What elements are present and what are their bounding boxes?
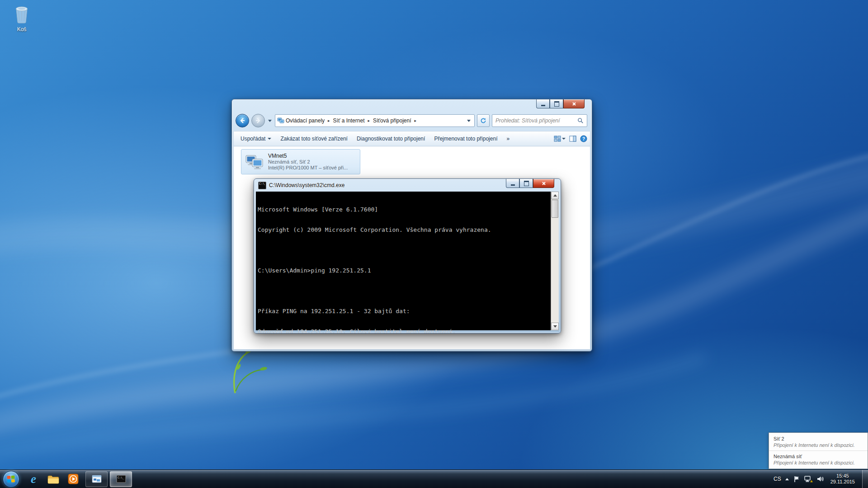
address-bar[interactable]: Ovládací panely ▸ Síť a Internet ▸ Síťov… <box>275 114 475 127</box>
preview-pane-icon <box>569 136 576 142</box>
explorer-maximize-button[interactable] <box>550 99 563 108</box>
taskbar-button-network-connections[interactable] <box>85 471 108 487</box>
cmd-icon <box>258 182 266 189</box>
tray-popup-entry: Síť 2 Připojení k Internetu není k dispo… <box>774 436 863 448</box>
taskbar-button-cmd[interactable]: C:\_ <box>110 471 132 487</box>
organize-label: Uspořádat <box>241 136 265 142</box>
desktop: Koš <box>0 0 868 488</box>
console-line <box>258 247 549 253</box>
start-button[interactable] <box>3 471 19 488</box>
explorer-command-bar: Uspořádat Zakázat toto síťové zařízení D… <box>233 131 590 146</box>
scrollbar-thumb[interactable] <box>552 200 558 218</box>
help-button[interactable]: ? <box>580 135 587 142</box>
taskbar-clock[interactable]: 15:45 29.11.2015 <box>829 473 858 485</box>
forward-button[interactable] <box>251 114 265 127</box>
volume-icon[interactable] <box>817 475 825 483</box>
tray-popup-entry: Neznámá síť Připojení k Internetu není k… <box>774 453 863 466</box>
action-center-flag-icon[interactable] <box>793 475 800 483</box>
clock-time: 15:45 <box>830 473 855 479</box>
taskbar-icon-explorer[interactable] <box>43 470 63 488</box>
change-view-button[interactable] <box>554 136 566 142</box>
scroll-up-icon <box>553 194 557 197</box>
folder-icon <box>47 474 59 484</box>
explorer-titlebar[interactable] <box>232 99 592 112</box>
system-tray: CS 15:45 29.11.2015 <box>774 470 868 488</box>
scroll-down-icon <box>553 325 557 328</box>
scroll-up-button[interactable] <box>551 192 559 199</box>
language-indicator[interactable]: CS <box>774 476 781 482</box>
console-line: Příkaz PING na 192.251.25.1 - 32 bajtů d… <box>258 308 549 314</box>
explorer-navbar: Ovládací panely ▸ Síť a Internet ▸ Síťov… <box>232 112 592 131</box>
windows-logo-icon <box>7 475 15 483</box>
console-line: Copyright (c) 2009 Microsoft Corporation… <box>258 226 549 233</box>
rename-connection-button[interactable]: Přejmenovat toto připojení <box>430 133 501 144</box>
disable-device-button[interactable]: Zakázat toto síťové zařízení <box>276 133 352 144</box>
organize-dropdown-icon <box>268 138 271 140</box>
taskbar: C:\_ CS 15:45 <box>0 469 868 488</box>
view-grid-icon <box>554 136 561 142</box>
console-scrollbar[interactable] <box>551 192 559 330</box>
network-folder-icon <box>277 117 284 124</box>
diagnose-connection-button[interactable]: Diagnostikovat toto připojení <box>353 133 429 144</box>
refresh-icon <box>480 117 486 124</box>
recent-pages-dropdown-icon[interactable] <box>268 120 272 122</box>
show-desktop-button[interactable] <box>862 470 868 488</box>
console-output: Microsoft Windows [Verze 6.1.7600] Copyr… <box>258 192 549 333</box>
cmd-window: C:\Windows\system32\cmd.exe Microsoft Wi… <box>254 178 561 333</box>
preview-pane-button[interactable] <box>569 136 576 142</box>
search-icon[interactable] <box>577 117 584 124</box>
help-icon: ? <box>580 135 587 142</box>
cmd-minimize-button[interactable] <box>506 179 519 188</box>
network-adapter-icon <box>245 154 264 170</box>
breadcrumb-separator-icon[interactable]: ▸ <box>326 118 332 123</box>
clock-date: 29.11.2015 <box>830 479 855 485</box>
back-button[interactable] <box>236 114 249 127</box>
adapter-name: VMnet5 <box>268 153 348 159</box>
console-line: C:\Users\Admin>ping 192.251.25.1 <box>258 267 549 274</box>
taskbar-icon-media-player[interactable] <box>63 470 83 488</box>
explorer-minimize-button[interactable] <box>536 99 550 108</box>
recycle-bin-label: Koš <box>7 26 36 33</box>
network-name: Síť 2 <box>774 436 863 442</box>
close-icon <box>572 102 576 106</box>
show-hidden-icons-button[interactable] <box>785 478 789 480</box>
network-status-icon[interactable] <box>804 475 813 483</box>
organize-button[interactable]: Uspořádat <box>236 133 275 144</box>
cmd-close-button[interactable] <box>533 179 554 188</box>
svg-text:C:\_: C:\_ <box>118 476 124 479</box>
adapter-texts: VMnet5 Neznámá síť, Síť 2 Intel(R) PRO/1… <box>268 153 348 171</box>
breadcrumb-separator-icon[interactable]: ▸ <box>413 118 419 123</box>
scroll-down-button[interactable] <box>551 323 559 330</box>
explorer-close-button[interactable] <box>563 99 585 108</box>
cmd-titlebar[interactable]: C:\Windows\system32\cmd.exe <box>254 179 561 192</box>
search-placeholder: Prohledat: Síťová připojení <box>495 117 577 124</box>
cmd-taskbar-icon: C:\_ <box>116 475 126 483</box>
breadcrumb-control-panel[interactable]: Ovládací panely <box>284 117 326 124</box>
breadcrumb-separator-icon[interactable]: ▸ <box>366 118 372 123</box>
svg-text:?: ? <box>582 136 585 141</box>
back-arrow-icon <box>239 117 245 124</box>
toolbar-overflow-button[interactable]: » <box>502 133 514 144</box>
recycle-bin[interactable]: Koš <box>7 4 36 33</box>
network-status: Připojení k Internetu není k dispozici. <box>774 442 863 448</box>
breadcrumb-network-connections[interactable]: Síťová připojení <box>372 117 413 124</box>
network-connections-window-icon <box>92 475 102 483</box>
console[interactable]: Microsoft Windows [Verze 6.1.7600] Copyr… <box>256 192 559 330</box>
network-adapter-item[interactable]: VMnet5 Neznámá síť, Síť 2 Intel(R) PRO/1… <box>241 149 360 174</box>
forward-arrow-icon <box>255 117 261 124</box>
console-line <box>258 287 549 294</box>
divider <box>769 450 868 451</box>
address-history-dropdown-icon[interactable] <box>467 120 471 122</box>
search-box[interactable]: Prohledat: Síťová připojení <box>492 114 587 127</box>
wallpaper-sprout <box>234 347 268 393</box>
internet-explorer-icon <box>31 473 36 485</box>
refresh-button[interactable] <box>477 114 490 127</box>
recycle-bin-icon <box>13 4 30 23</box>
taskbar-icon-internet-explorer[interactable] <box>24 470 43 488</box>
adapter-status: Neznámá síť, Síť 2 <box>268 159 348 165</box>
breadcrumb-network-internet[interactable]: Síť a Internet <box>332 117 366 124</box>
cmd-window-title: C:\Windows\system32\cmd.exe <box>269 182 344 188</box>
network-status: Připojení k Internetu není k dispozici. <box>774 460 863 466</box>
cmd-maximize-button[interactable] <box>519 179 533 188</box>
close-icon <box>542 181 546 186</box>
